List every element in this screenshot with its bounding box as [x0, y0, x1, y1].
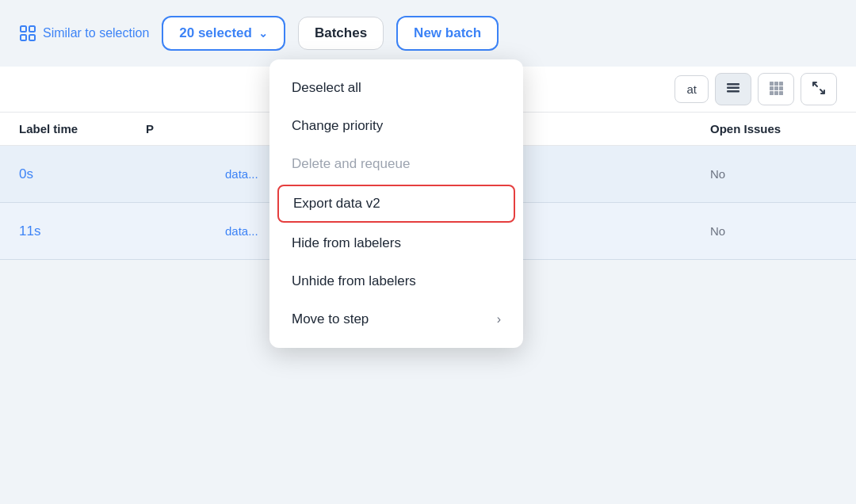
selected-count-label: 20 selected [179, 25, 252, 41]
menu-item-deselect-all[interactable]: Deselect all [269, 69, 523, 107]
col-p: P [146, 122, 225, 136]
svg-rect-14 [774, 91, 778, 95]
svg-rect-13 [770, 91, 774, 95]
menu-item-delete-requeue: Delete and requeue [269, 145, 523, 183]
at-btn[interactable]: at [674, 75, 709, 103]
menu-item-hide-labelers-label: Hide from labelers [292, 235, 401, 251]
top-bar: Similar to selection 20 selected ⌄ Batch… [0, 0, 856, 67]
svg-rect-0 [21, 26, 26, 32]
svg-rect-3 [29, 35, 35, 40]
chevron-down-icon: ⌄ [258, 27, 268, 40]
new-batch-label: New batch [414, 25, 481, 40]
svg-rect-4 [727, 83, 739, 86]
at-label: at [686, 82, 697, 96]
cell-label-time-2: 11s [19, 223, 146, 239]
grid-icon [768, 80, 784, 98]
svg-rect-5 [727, 87, 739, 90]
similar-icon [19, 25, 36, 42]
svg-rect-7 [770, 82, 774, 86]
menu-item-change-priority-label: Change priority [292, 118, 383, 134]
svg-rect-11 [774, 86, 778, 90]
menu-item-export-data-v2[interactable]: Export data v2 [277, 185, 515, 223]
menu-item-move-to-step[interactable]: Move to step › [269, 300, 523, 338]
batches-btn[interactable]: Batches [298, 17, 384, 50]
svg-rect-6 [727, 90, 739, 93]
dropdown-overlay: Deselect all Change priority Delete and … [269, 59, 523, 348]
similar-to-selection-btn[interactable]: Similar to selection [19, 25, 149, 42]
svg-rect-2 [21, 35, 26, 40]
new-batch-btn[interactable]: New batch [396, 16, 499, 51]
expand-icon [811, 80, 827, 98]
menu-item-unhide-labelers-label: Unhide from labelers [292, 273, 416, 289]
svg-rect-1 [29, 26, 35, 32]
selected-dropdown-btn[interactable]: 20 selected ⌄ [162, 16, 285, 51]
svg-rect-10 [770, 86, 774, 90]
col-open-issues: Open Issues [710, 122, 837, 136]
svg-rect-12 [779, 86, 783, 90]
chevron-right-icon: › [497, 312, 501, 326]
cell-label-time-1: 0s [19, 166, 146, 182]
svg-rect-9 [779, 82, 783, 86]
list-view-btn[interactable] [715, 73, 751, 105]
menu-item-deselect-all-label: Deselect all [292, 80, 361, 96]
menu-item-hide-labelers[interactable]: Hide from labelers [269, 224, 523, 262]
cell-open-issues-2: No [710, 224, 837, 238]
menu-item-move-to-step-label: Move to step [292, 311, 369, 327]
svg-rect-8 [774, 82, 778, 86]
svg-rect-15 [779, 91, 783, 95]
menu-item-export-data-v2-label: Export data v2 [293, 196, 380, 212]
menu-item-change-priority[interactable]: Change priority [269, 107, 523, 145]
similar-to-selection-label: Similar to selection [43, 26, 149, 40]
cell-open-issues-1: No [710, 167, 837, 181]
menu-item-unhide-labelers[interactable]: Unhide from labelers [269, 262, 523, 300]
expand-btn[interactable] [801, 73, 837, 105]
grid-view-btn[interactable] [758, 73, 794, 105]
col-label-time: Label time [19, 122, 146, 136]
dropdown-menu: Deselect all Change priority Delete and … [269, 59, 523, 348]
menu-item-delete-requeue-label: Delete and requeue [292, 156, 410, 172]
list-icon [725, 80, 741, 98]
batches-label: Batches [315, 25, 367, 40]
